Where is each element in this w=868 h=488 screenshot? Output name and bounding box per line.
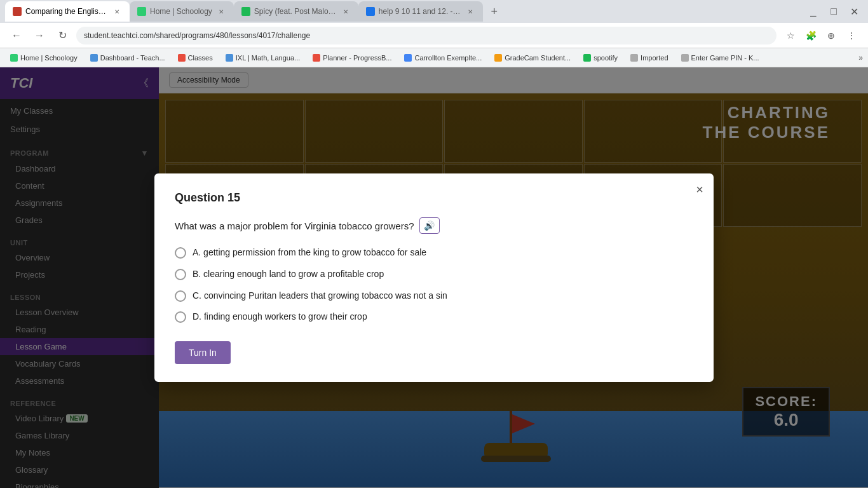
bookmarks-bar: Home | Schoology Dashboard - Teach... Cl… bbox=[0, 48, 868, 67]
tab-close-4[interactable]: ✕ bbox=[465, 6, 475, 17]
tab-close-2[interactable]: ✕ bbox=[216, 6, 226, 17]
tab-close-1[interactable]: ✕ bbox=[112, 6, 122, 17]
bookmark-favicon-9 bbox=[630, 54, 638, 62]
bookmark-star[interactable]: ☆ bbox=[782, 27, 799, 44]
option-a-text: A. getting permission from the king to g… bbox=[193, 247, 426, 259]
tab-title-1: Comparing the English Colonies bbox=[25, 7, 108, 16]
bookmark-label-6: Carrollton Exemplte... bbox=[414, 54, 482, 62]
bookmark-ixl[interactable]: IXL | Math, Langua... bbox=[220, 53, 306, 63]
reload-button[interactable]: ↻ bbox=[53, 27, 71, 44]
forward-button[interactable]: → bbox=[31, 27, 48, 44]
bookmark-label-3: Classes bbox=[188, 54, 213, 62]
audio-button[interactable]: 🔊 bbox=[419, 217, 440, 234]
bookmark-classes[interactable]: Classes bbox=[173, 53, 218, 63]
bookmark-kahoot[interactable]: Enter Game PIN - K... bbox=[676, 53, 764, 63]
bookmark-favicon-1 bbox=[10, 54, 18, 62]
modal-title: Question 15 bbox=[175, 191, 693, 205]
bookmark-carrollton[interactable]: Carrollton Exemplte... bbox=[399, 53, 487, 63]
bookmark-label-7: GradeCam Student... bbox=[505, 54, 571, 62]
browser-chrome: Comparing the English Colonies ✕ Home | … bbox=[0, 0, 868, 67]
tab-favicon-3 bbox=[241, 7, 250, 16]
menu-button[interactable]: ⋮ bbox=[843, 27, 860, 44]
new-tab-button[interactable]: + bbox=[485, 3, 503, 20]
tab-title-4: help 9 10 11 and 12. - Brainly... bbox=[379, 7, 461, 16]
option-a[interactable]: A. getting permission from the king to g… bbox=[175, 247, 693, 259]
bookmark-planner[interactable]: Planner - ProgressB... bbox=[308, 53, 397, 63]
tab-title-3: Spicy (feat. Post Malone) •... bbox=[254, 7, 337, 16]
radio-c[interactable] bbox=[175, 290, 186, 302]
restore-button[interactable]: □ bbox=[825, 3, 843, 20]
tab-favicon-4 bbox=[366, 7, 375, 16]
radio-b[interactable] bbox=[175, 269, 186, 280]
tab-3[interactable]: Spicy (feat. Post Malone) •... ✕ bbox=[234, 1, 358, 22]
tab-bar: Comparing the English Colonies ✕ Home | … bbox=[0, 0, 868, 23]
option-b-text: B. clearing enough land to grow a profit… bbox=[193, 268, 384, 281]
options-list: A. getting permission from the king to g… bbox=[175, 247, 693, 323]
tab-favicon-2 bbox=[137, 7, 146, 16]
address-bar: ← → ↻ student.teachtci.com/shared/progra… bbox=[0, 23, 868, 48]
option-d[interactable]: D. finding enough workers to grow their … bbox=[175, 311, 693, 323]
bookmark-gradecam[interactable]: GradeCam Student... bbox=[489, 53, 576, 63]
bookmark-spotify[interactable]: spootify bbox=[578, 53, 623, 63]
bookmark-label-9: Imported bbox=[641, 54, 668, 62]
url-text: student.teachtci.com/shared/programs/480… bbox=[84, 31, 310, 40]
tab-close-3[interactable]: ✕ bbox=[341, 6, 351, 17]
modal-overlay: × Question 15 What was a major problem f… bbox=[0, 67, 868, 488]
bookmark-label-1: Home | Schoology bbox=[20, 54, 78, 62]
audio-icon: 🔊 bbox=[424, 220, 435, 231]
bookmark-favicon-10 bbox=[681, 54, 689, 62]
option-b[interactable]: B. clearing enough land to grow a profit… bbox=[175, 268, 693, 281]
tab-title-2: Home | Schoology bbox=[150, 7, 212, 16]
bookmark-favicon-3 bbox=[178, 54, 186, 62]
modal-question: What was a major problem for Virginia to… bbox=[175, 217, 693, 234]
bookmark-favicon-2 bbox=[90, 54, 98, 62]
minimize-button[interactable]: ⎯ bbox=[804, 3, 822, 20]
modal-close-button[interactable]: × bbox=[696, 182, 703, 197]
bookmark-favicon-4 bbox=[226, 54, 233, 62]
bookmark-favicon-8 bbox=[583, 54, 591, 62]
option-c[interactable]: C. convincing Puritan leaders that growi… bbox=[175, 290, 693, 302]
question-modal: × Question 15 What was a major problem f… bbox=[154, 173, 714, 381]
radio-d[interactable] bbox=[175, 311, 186, 323]
bookmark-label-2: Dashboard - Teach... bbox=[100, 54, 165, 62]
bookmark-dashboard[interactable]: Dashboard - Teach... bbox=[85, 53, 170, 63]
window-close-button[interactable]: ✕ bbox=[845, 3, 863, 20]
profile-button[interactable]: ⊕ bbox=[822, 27, 840, 44]
tab-4[interactable]: help 9 10 11 and 12. - Brainly... ✕ bbox=[358, 1, 483, 22]
url-bar[interactable]: student.teachtci.com/shared/programs/480… bbox=[76, 27, 776, 44]
tab-2[interactable]: Home | Schoology ✕ bbox=[130, 1, 234, 22]
bookmark-label-5: Planner - ProgressB... bbox=[323, 54, 391, 62]
option-c-text: C. convincing Puritan leaders that growi… bbox=[193, 290, 447, 302]
bookmark-favicon-7 bbox=[494, 54, 502, 62]
tab-favicon-1 bbox=[13, 7, 22, 16]
bookmark-label-4: IXL | Math, Langua... bbox=[236, 54, 301, 62]
extension-puzzle[interactable]: 🧩 bbox=[802, 27, 820, 44]
option-d-text: D. finding enough workers to grow their … bbox=[193, 311, 367, 323]
back-button[interactable]: ← bbox=[8, 27, 25, 44]
bookmark-label-10: Enter Game PIN - K... bbox=[691, 54, 759, 62]
bookmark-favicon-6 bbox=[404, 54, 412, 62]
radio-a[interactable] bbox=[175, 247, 186, 259]
bookmarks-more[interactable]: » bbox=[858, 53, 863, 62]
turn-in-button[interactable]: Turn In bbox=[175, 341, 231, 364]
browser-actions: ☆ 🧩 ⊕ ⋮ bbox=[782, 27, 860, 44]
bookmark-label-8: spootify bbox=[593, 54, 618, 62]
bookmark-favicon-5 bbox=[313, 54, 320, 62]
bookmark-schoology[interactable]: Home | Schoology bbox=[5, 53, 83, 63]
bookmark-imported[interactable]: Imported bbox=[625, 53, 673, 63]
tab-active[interactable]: Comparing the English Colonies ✕ bbox=[5, 1, 130, 22]
